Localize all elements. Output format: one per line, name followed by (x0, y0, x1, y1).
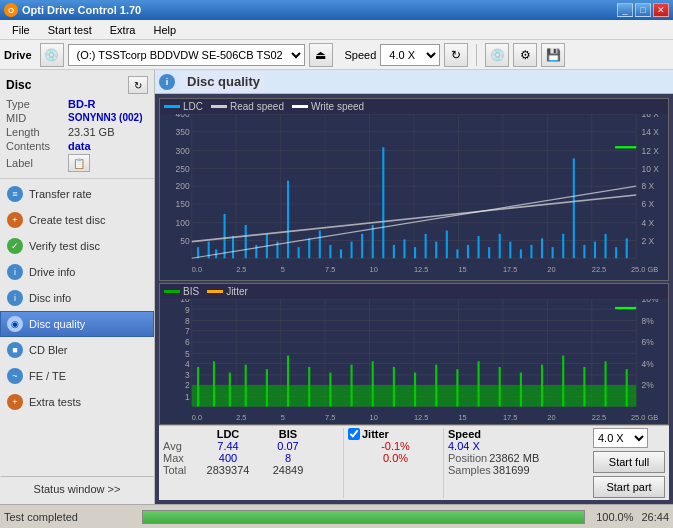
sidebar-item-drive-info[interactable]: i Drive info (0, 259, 154, 285)
sidebar-item-extra-tests[interactable]: + Extra tests (0, 389, 154, 415)
menu-file[interactable]: File (4, 22, 38, 38)
disc-label-btn[interactable]: 📋 (68, 154, 90, 172)
drive-select[interactable]: (O:) TSSTcorp BDDVDW SE-506CB TS02 (68, 44, 305, 66)
sidebar-item-transfer-rate[interactable]: ≡ Transfer rate (0, 181, 154, 207)
write-speed-legend: Write speed (292, 101, 364, 112)
start-full-button[interactable]: Start full (593, 451, 665, 473)
drive-info-icon: i (7, 264, 23, 280)
sidebar-item-disc-info[interactable]: i Disc info (0, 285, 154, 311)
extra-tests-icon: + (7, 394, 23, 410)
svg-rect-67 (393, 245, 395, 258)
close-button[interactable]: ✕ (653, 3, 669, 17)
sidebar-item-disc-quality[interactable]: ◉ Disc quality (0, 311, 154, 337)
samples-value: 381699 (493, 464, 530, 476)
svg-rect-69 (414, 247, 416, 258)
jitter-legend: Jitter (207, 286, 248, 297)
svg-rect-150 (329, 373, 331, 407)
svg-text:22.5: 22.5 (592, 264, 606, 273)
maximize-button[interactable]: □ (635, 3, 651, 17)
stats-bar: LDC BIS Avg 7.44 0.07 Max 400 8 Total 28… (159, 425, 669, 500)
refresh-button[interactable]: ↻ (444, 43, 468, 67)
bis-label: BIS (183, 286, 199, 297)
verify-test-disc-icon: ✓ (7, 238, 23, 254)
svg-text:12.5: 12.5 (414, 264, 428, 273)
svg-text:4%: 4% (642, 359, 654, 369)
svg-rect-162 (583, 367, 585, 407)
svg-text:6 X: 6 X (642, 199, 655, 209)
position-value: 23862 MB (489, 452, 539, 464)
status-window-button[interactable]: Status window >> (0, 476, 154, 502)
svg-rect-57 (287, 181, 289, 259)
max-label: Max (163, 452, 198, 464)
fe-te-icon: ~ (7, 368, 23, 384)
status-window-label: Status window >> (34, 483, 121, 495)
svg-text:2: 2 (185, 381, 190, 391)
sidebar-item-fe-te[interactable]: ~ FE / TE (0, 363, 154, 389)
svg-rect-60 (319, 231, 321, 259)
svg-rect-147 (266, 370, 268, 407)
avg-speed: 4.04 X (448, 440, 593, 452)
svg-rect-143 (197, 367, 199, 407)
svg-rect-88 (615, 247, 617, 258)
svg-rect-151 (351, 365, 353, 407)
svg-rect-157 (478, 362, 480, 407)
svg-text:5: 5 (185, 349, 190, 359)
svg-rect-87 (605, 234, 607, 258)
svg-rect-160 (541, 365, 543, 407)
samples-label: Samples (448, 464, 491, 476)
svg-text:7: 7 (185, 326, 190, 336)
title-bar-controls[interactable]: _ □ ✕ (617, 3, 669, 17)
svg-text:4: 4 (185, 359, 190, 369)
jitter-checkbox[interactable] (348, 428, 360, 440)
sidebar-item-cd-bler[interactable]: ■ CD Bler (0, 337, 154, 363)
svg-rect-149 (308, 367, 310, 407)
svg-rect-85 (583, 245, 585, 258)
minimize-button[interactable]: _ (617, 3, 633, 17)
disc-mid-label: MID (6, 112, 68, 124)
start-part-button[interactable]: Start part (593, 476, 665, 498)
svg-rect-58 (298, 247, 300, 258)
sidebar-item-label-drive-info: Drive info (29, 266, 75, 278)
svg-rect-152 (372, 362, 374, 407)
disc-refresh-btn[interactable]: ↻ (128, 76, 148, 94)
disc-button[interactable]: 💿 (485, 43, 509, 67)
speed-column: Speed 4.04 X Position 23862 MB Samples 3… (443, 428, 593, 498)
svg-text:0.0: 0.0 (192, 264, 202, 273)
menu-extra[interactable]: Extra (102, 22, 144, 38)
sidebar-item-create-test-disc[interactable]: + Create test disc (0, 207, 154, 233)
samples-row: Samples 381699 (448, 464, 593, 476)
status-text: Test completed (4, 511, 134, 523)
svg-text:25.0 GB: 25.0 GB (631, 264, 658, 273)
save-button[interactable]: 💾 (541, 43, 565, 67)
svg-rect-65 (372, 225, 374, 258)
eject-button[interactable]: ⏏ (309, 43, 333, 67)
drive-icon-btn[interactable]: 💿 (40, 43, 64, 67)
svg-rect-68 (403, 239, 405, 258)
menu-bar: File Start test Extra Help (0, 20, 673, 40)
read-speed-legend: Read speed (211, 101, 284, 112)
svg-text:20: 20 (547, 264, 555, 273)
svg-text:7.5: 7.5 (325, 413, 335, 422)
svg-rect-144 (213, 362, 215, 407)
speed-select-right[interactable]: 4.0 X (593, 428, 648, 448)
svg-text:8%: 8% (642, 316, 654, 326)
speed-select[interactable]: 4.0 X (380, 44, 440, 66)
svg-text:9: 9 (185, 305, 190, 315)
menu-start-test[interactable]: Start test (40, 22, 100, 38)
svg-text:17.5: 17.5 (503, 264, 517, 273)
sidebar-item-verify-test-disc[interactable]: ✓ Verify test disc (0, 233, 154, 259)
settings-button[interactable]: ⚙ (513, 43, 537, 67)
svg-rect-164 (626, 370, 628, 407)
svg-rect-146 (245, 365, 247, 407)
svg-rect-154 (414, 373, 416, 407)
disc-length-value: 23.31 GB (68, 126, 114, 138)
svg-text:5: 5 (281, 413, 285, 422)
svg-text:200: 200 (176, 181, 190, 191)
disc-mid-value: SONYNN3 (002) (68, 112, 142, 124)
svg-rect-84 (573, 158, 575, 258)
menu-help[interactable]: Help (145, 22, 184, 38)
svg-rect-76 (488, 247, 490, 258)
disc-label-row: Label 📋 (6, 154, 148, 172)
disc-type-row: Type BD-R (6, 98, 148, 110)
svg-rect-82 (552, 247, 554, 258)
